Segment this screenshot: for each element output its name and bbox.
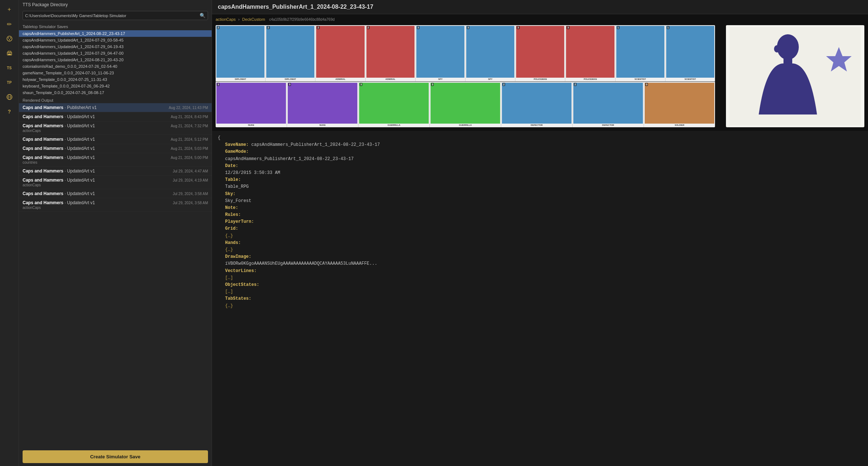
card-img	[216, 26, 264, 78]
file-list-item[interactable]: colonialismIsRad_demo_0.0.0_2024-07-26_0…	[19, 63, 212, 70]
rendered-item-name: Caps and Hammers · UpdatedArt v1	[23, 200, 95, 205]
json-line: Table:	[218, 176, 862, 183]
svg-point-13	[774, 45, 780, 53]
palette-icon-btn[interactable]	[3, 32, 16, 45]
card-img	[431, 83, 500, 124]
svg-point-2	[10, 38, 11, 39]
json-line: Date:	[218, 163, 862, 170]
cards-bottom-row: 3NUKE3NUKE3GUERRILLA3GUERRILLA2DEFECTOR2…	[216, 81, 715, 127]
rendered-list-item[interactable]: Caps and Hammers · PublisherArt v1Aug 22…	[19, 103, 212, 112]
json-line: {…}	[218, 233, 862, 240]
file-list-item[interactable]: gameName_Template_0.0.0_2024-07-10_11-06…	[19, 70, 212, 76]
json-line: Note:	[218, 205, 862, 211]
card-label: SPY	[438, 78, 443, 81]
rendered-list-item[interactable]: Caps and Hammers · UpdatedArt v1Jul 29, …	[19, 167, 212, 176]
json-line: Table_RPG	[218, 183, 862, 190]
card-img	[216, 83, 286, 124]
card-num: 0	[645, 83, 648, 86]
tp-icon-btn[interactable]: TP	[3, 76, 16, 89]
file-list-item[interactable]: shaun_Template_0.0.0_2024-07-26_08-08-17	[19, 89, 212, 96]
card-label: SOLDIER	[674, 124, 685, 127]
file-list-item[interactable]: keyboard_Template_0.0.0_2024-07-26_06-29…	[19, 83, 212, 89]
card-num: 3	[217, 83, 220, 86]
rendered-list-item[interactable]: Caps and Hammers · UpdatedArt v1Aug 21, …	[19, 135, 212, 144]
file-list-item[interactable]: holywar_Template_0.0.0_2024-07-25_11-31-…	[19, 76, 212, 83]
card-label: SCIENTIST	[634, 78, 646, 81]
card-img	[366, 26, 415, 78]
card-label: DIPLOMAT	[235, 78, 247, 81]
file-list-item[interactable]: capsAndHammers_UpdatedArt_1_2024-07-29_0…	[19, 37, 212, 43]
package-header: TTS Package Directory	[19, 0, 212, 9]
breadcrumb-link-deckcustom[interactable]: DeckCustom	[242, 17, 265, 22]
card-img	[566, 26, 614, 78]
json-line: ObjectStates:	[218, 281, 862, 288]
json-line: {…}	[218, 303, 862, 310]
rendered-item-date: Jul 29, 2024, 4:19 AM	[173, 178, 208, 182]
rendered-list-item[interactable]: Caps and Hammers · UpdatedArt v1Aug 21, …	[19, 112, 212, 121]
card-num: 3	[288, 83, 291, 86]
json-line: VectorLines:	[218, 268, 862, 275]
card-img	[288, 83, 357, 124]
rendered-list-item[interactable]: Caps and Hammers · UpdatedArt v1actionCa…	[19, 121, 212, 135]
preview-right-image	[726, 25, 864, 127]
json-line: PlayerTurn:	[218, 218, 862, 225]
card-img	[666, 26, 714, 78]
rendered-list-item[interactable]: Caps and Hammers · UpdatedArt v1actionCa…	[19, 176, 212, 189]
path-input[interactable]	[23, 12, 197, 19]
plus-icon-btn[interactable]: +	[3, 3, 16, 16]
question-icon-btn[interactable]: ?	[3, 105, 16, 118]
preview-area: actionCaps › DeckCustom c4a105b9b27f295b…	[212, 14, 868, 131]
svg-point-1	[8, 38, 9, 39]
card-img	[502, 83, 572, 124]
rendered-list-item[interactable]: Caps and Hammers · UpdatedArt v1countrie…	[19, 153, 212, 167]
right-panel: capsAndHammers_PublisherArt_1_2024-08-22…	[212, 0, 868, 466]
card-img	[616, 26, 664, 78]
rendered-item-date: Jul 29, 2024, 3:58 AM	[173, 201, 208, 205]
file-list-item[interactable]: capsAndHammers_UpdatedArt_1_2024-08-21_2…	[19, 57, 212, 63]
file-list-item[interactable]: capsAndHammers_UpdatedArt_1_2024-07-29_0…	[19, 43, 212, 50]
rendered-item-name: Caps and Hammers · UpdatedArt v1	[23, 155, 95, 160]
breadcrumb-link-actioncaps[interactable]: actionCaps	[216, 17, 236, 22]
card-label: NUKE	[319, 124, 326, 127]
globe-icon-btn[interactable]	[3, 90, 16, 104]
json-line: Grid:	[218, 225, 862, 232]
json-line: Sky_Forest	[218, 198, 862, 205]
card-item: 2DIPLOMAT	[266, 25, 315, 81]
card-img	[316, 26, 364, 78]
create-simulator-save-button[interactable]: Create Simulator Save	[23, 450, 208, 463]
card-item: 3GUERRILLA	[358, 82, 430, 127]
card-num: 2	[317, 26, 319, 29]
json-line: […]	[218, 288, 862, 295]
file-list-item[interactable]: capsAndHammers_UpdatedArt_1_2024-07-29_0…	[19, 50, 212, 57]
ts-icon-btn[interactable]: TS	[3, 61, 16, 74]
card-label: POLICEMAN	[584, 78, 597, 81]
rendered-item-sub: actionCaps	[23, 129, 95, 133]
svg-point-11	[777, 34, 799, 60]
json-line: GameMode:	[218, 148, 862, 155]
rendered-item-date: Aug 21, 2024, 5:00 PM	[171, 156, 208, 160]
json-panel: {SaveName: capsAndHammers_PublisherArt_1…	[212, 131, 868, 466]
card-item: 3POLICEMAN	[515, 25, 565, 81]
path-bar: 🔍	[23, 11, 208, 20]
rendered-item-name: Caps and Hammers · UpdatedArt v1	[23, 123, 95, 128]
rendered-list-item[interactable]: Caps and Hammers · UpdatedArt v1Jul 29, …	[19, 189, 212, 198]
rendered-list-item[interactable]: Caps and Hammers · UpdatedArt v1Aug 21, …	[19, 144, 212, 153]
search-icon[interactable]: 🔍	[197, 11, 208, 20]
card-img	[516, 26, 564, 78]
rendered-item-name: Caps and Hammers · UpdatedArt v1	[23, 178, 95, 183]
card-item: 3NUKE	[216, 82, 287, 127]
card-label: DEFECTOR	[530, 124, 543, 127]
left-panel: TTS Package Directory 🔍 Tabletop Simulat…	[19, 0, 212, 466]
card-num: 3	[467, 26, 470, 29]
rendered-item-name: Caps and Hammers · UpdatedArt v1	[23, 191, 95, 196]
rendered-item-date: Aug 21, 2024, 5:03 PM	[171, 147, 208, 151]
file-list-item[interactable]: capsAndHammers_PublisherArt_1_2024-08-22…	[19, 30, 212, 37]
rendered-list-item[interactable]: Caps and Hammers · UpdatedArt v1actionCa…	[19, 198, 212, 212]
print-icon-btn[interactable]	[3, 47, 16, 60]
pencil-icon-btn[interactable]: ✏	[3, 18, 16, 31]
card-label: GUERRILLA	[387, 124, 401, 127]
file-list: capsAndHammers_PublisherArt_1_2024-08-22…	[19, 30, 212, 96]
json-line: {…}	[218, 246, 862, 253]
rendered-item-date: Jul 29, 2024, 3:58 AM	[173, 192, 208, 196]
json-line: Sky:	[218, 191, 862, 198]
